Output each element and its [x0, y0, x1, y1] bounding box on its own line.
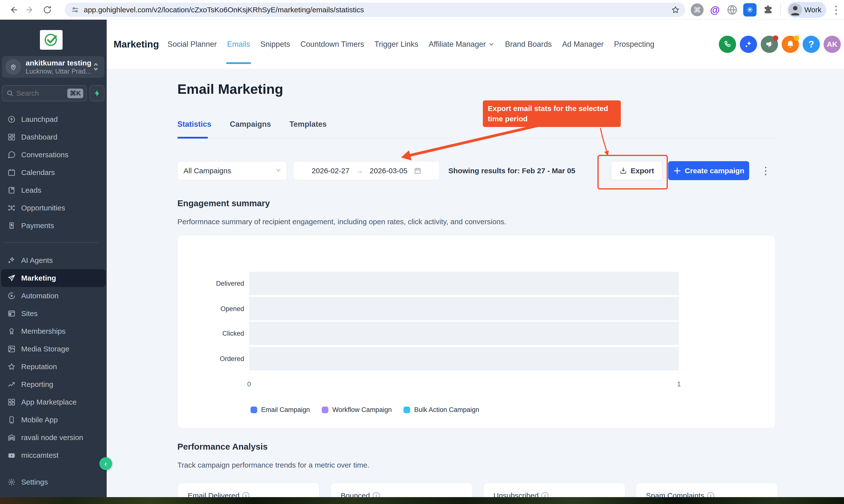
- info-icon[interactable]: i: [541, 492, 548, 497]
- tab-campaigns[interactable]: Campaigns: [230, 120, 271, 129]
- active-tab-underline: [177, 137, 208, 139]
- engagement-subtitle: Performnace summary of recipient engagem…: [177, 218, 506, 226]
- address-bar[interactable]: app.gohighlevel.com/v2/location/cZxoTsKo…: [65, 3, 685, 17]
- video-icon: [7, 451, 16, 460]
- sidebar-item-leads[interactable]: Leads: [1, 181, 106, 199]
- sidebar-item-sites[interactable]: Sites: [1, 305, 106, 322]
- site-settings-icon[interactable]: [71, 6, 79, 14]
- bookmark-star-icon[interactable]: [671, 5, 680, 14]
- chart-legend: Email Campaign Workflow Campaign Bulk Ac…: [251, 406, 479, 414]
- leads-icon: [7, 186, 16, 194]
- sidebar-item-media-storage[interactable]: Media Storage: [1, 340, 106, 358]
- x-tick-1: 1: [672, 380, 686, 388]
- conversations-icon: [7, 150, 16, 159]
- account-name: ankitkumar testing: [25, 58, 91, 68]
- tab-prospecting[interactable]: Prospecting: [614, 20, 655, 69]
- sidebar-item-app-marketplace[interactable]: App Marketplace: [1, 393, 106, 411]
- tab-ad-manager[interactable]: Ad Manager: [562, 20, 604, 69]
- info-icon[interactable]: i: [373, 492, 380, 497]
- sidebar-divider: [4, 242, 99, 243]
- search-input[interactable]: [16, 89, 63, 97]
- sidebar-item-reporting[interactable]: Reporting: [1, 376, 106, 393]
- help-icon[interactable]: ?: [803, 36, 820, 53]
- date-range-picker[interactable]: 2026-02-27 → 2026-03-05: [293, 161, 440, 180]
- x-tick-0: 0: [242, 380, 256, 388]
- sidebar-item-memberships[interactable]: Memberships: [1, 322, 106, 340]
- date-to-input[interactable]: 2026-03-05: [370, 167, 408, 175]
- sidebar-item-launchpad[interactable]: Launchpad: [1, 110, 106, 128]
- tab-templates[interactable]: Templates: [290, 120, 327, 129]
- legend-swatch: [251, 407, 257, 413]
- browser-menu-kebab-icon[interactable]: ⋮: [830, 3, 843, 16]
- browser-profile-button[interactable]: Work: [787, 2, 826, 18]
- performance-heading: Performance Analysis: [177, 442, 268, 452]
- notifications-bell-icon[interactable]: [782, 36, 799, 53]
- tab-statistics[interactable]: Statistics: [177, 120, 211, 129]
- user-avatar[interactable]: AK: [824, 36, 841, 53]
- tab-countdown-timers[interactable]: Countdown Timers: [300, 20, 364, 69]
- stat-card-bounced: Bouncedi: [331, 483, 472, 497]
- date-from-input[interactable]: 2026-02-27: [312, 167, 349, 175]
- info-icon[interactable]: i: [707, 492, 714, 497]
- legend-workflow-campaign[interactable]: Workflow Campaign: [322, 406, 392, 414]
- stat-card-spam-complaints: Spam Complaintsi: [636, 483, 778, 497]
- sidebar-item-dashboard[interactable]: Dashboard: [1, 128, 106, 146]
- showing-results-text: Showing results for: Feb 27 - Mar 05: [448, 161, 575, 180]
- info-icon[interactable]: i: [242, 492, 249, 497]
- account-location: Lucknow, Uttar Prad...: [25, 68, 91, 75]
- legend-email-campaign[interactable]: Email Campaign: [251, 406, 310, 414]
- tab-trigger-links[interactable]: Trigger Links: [375, 20, 418, 69]
- extension-at-icon[interactable]: @: [708, 3, 722, 17]
- sidebar-collapse-button[interactable]: ‹: [99, 457, 112, 470]
- opportunities-icon: [7, 204, 16, 212]
- sidebar-item-opportunities[interactable]: Opportunities: [1, 199, 106, 217]
- extension-snowflake-icon[interactable]: ✳: [743, 3, 757, 17]
- app-marketplace-icon: [7, 398, 16, 406]
- agency-logo: [40, 30, 63, 50]
- stat-card-unsubscribed: Unsubscribedi: [483, 483, 625, 497]
- phone-icon[interactable]: [719, 36, 736, 53]
- chart-band-opened: [249, 297, 679, 320]
- tab-social-planner[interactable]: Social Planner: [168, 20, 217, 69]
- sidebar-item-ravali-node-version[interactable]: ravali node version: [1, 429, 106, 446]
- sidebar-item-marketing[interactable]: Marketing: [1, 269, 106, 287]
- sidebar-item-automation[interactable]: Automation: [1, 287, 106, 305]
- quick-actions-bolt-button[interactable]: [90, 85, 104, 102]
- sidebar-item-ai-agents[interactable]: AI Agents: [1, 252, 106, 269]
- sidebar-item-miccamtest[interactable]: miccamtest: [1, 446, 106, 464]
- calendar-icon[interactable]: [414, 167, 421, 175]
- location-switcher[interactable]: ankitkumar testing Lucknow, Uttar Prad..…: [2, 56, 104, 78]
- tab-emails[interactable]: Emails: [227, 20, 250, 69]
- payments-icon: [7, 221, 16, 230]
- performance-subtitle: Track campaign performance trends for a …: [177, 461, 369, 469]
- sidebar-item-mobile-app[interactable]: Mobile App: [1, 411, 106, 429]
- tab-affiliate-manager[interactable]: Affiliate Manager: [429, 20, 495, 69]
- campaign-filter-select[interactable]: All Campaigns: [177, 161, 287, 180]
- more-actions-kebab-icon[interactable]: ⋮: [761, 161, 771, 180]
- sidebar-item-reputation[interactable]: Reputation: [1, 358, 106, 376]
- sidebar-item-payments[interactable]: Payments: [1, 217, 106, 235]
- engagement-heading: Engagement summary: [177, 198, 270, 208]
- extension-command-icon[interactable]: ⌘: [690, 3, 704, 17]
- tabs-divider: [177, 138, 777, 138]
- browser-back-button[interactable]: [7, 3, 20, 16]
- chart-band-delivered: [249, 272, 679, 295]
- tab-brand-boards[interactable]: Brand Boards: [505, 20, 552, 69]
- sidebar-search[interactable]: ⌘K: [2, 85, 87, 102]
- toolbar-divider: [780, 4, 781, 15]
- sidebar-item-conversations[interactable]: Conversations: [1, 146, 106, 164]
- extensions-puzzle-icon[interactable]: [761, 3, 775, 17]
- extension-globe-icon[interactable]: [725, 3, 739, 17]
- search-icon: [6, 90, 14, 97]
- browser-forward-button[interactable]: [24, 3, 36, 16]
- annotation-highlight-box: [598, 155, 668, 190]
- tab-snippets[interactable]: Snippets: [260, 20, 290, 69]
- create-campaign-button[interactable]: Create campaign: [668, 161, 749, 180]
- announcements-megaphone-icon[interactable]: [761, 36, 778, 53]
- sidebar-item-calendars[interactable]: Calendars: [1, 164, 106, 181]
- legend-bulk-action-campaign[interactable]: Bulk Action Campaign: [403, 406, 479, 414]
- sidebar-item-settings[interactable]: Settings: [1, 473, 106, 491]
- ai-sparkles-icon[interactable]: [740, 36, 757, 53]
- url-text: app.gohighlevel.com/v2/location/cZxoTsKo…: [84, 6, 364, 14]
- browser-reload-button[interactable]: [41, 3, 54, 16]
